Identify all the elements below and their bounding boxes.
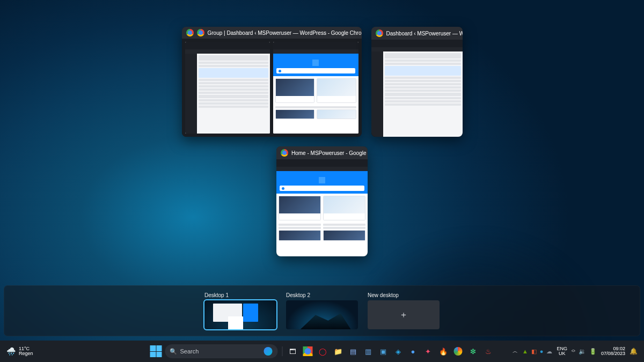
chrome-icon (376, 29, 383, 37)
wifi-icon: ⌔ (572, 348, 575, 354)
window-thumbnail (371, 40, 463, 137)
window-titlebar: Group | Dashboard ‹ MSPoweruser — WordPr… (182, 27, 362, 39)
new-desktop-button[interactable]: ＋ (368, 300, 440, 329)
search-placeholder: Search (180, 348, 199, 354)
taskbar-right: ︿ ▲ ◧ ● ☁ ENG UK ⌔ 🔉 🔋 09:02 07/08/2023 … (513, 346, 638, 357)
file-explorer-icon[interactable]: 📁 (332, 345, 344, 357)
app-icon[interactable]: ✦ (422, 345, 434, 357)
weather-icon: 🌧️ (6, 347, 16, 356)
app-icon[interactable]: ♨ (482, 345, 494, 357)
window-home[interactable]: Home - MSPoweruser - Google Chrome (276, 146, 368, 256)
window-titlebar: Home - MSPoweruser - Google Chrome (276, 146, 368, 159)
window-title-text: Group | Dashboard ‹ MSPoweruser — WordPr… (208, 30, 362, 36)
app-icon[interactable]: ▥ (362, 345, 374, 357)
system-tray[interactable]: ▲ ◧ ● ☁ (522, 348, 553, 355)
quick-settings[interactable]: ⌔ 🔉 🔋 (572, 348, 597, 355)
group-thumb-right (273, 42, 358, 134)
desktop-label: Desktop 2 (286, 292, 358, 298)
group-thumb-left (185, 42, 270, 134)
tray-icon[interactable]: ● (540, 348, 544, 354)
weather-widget[interactable]: 🌧️ 11°C Regen (6, 346, 33, 357)
app-icon[interactable] (452, 345, 464, 357)
taskbar-center: 🔍 Search 🗔 ◯ 📁 ▤ ▥ ▣ ◈ ● ✦ 🔥 ❇ ♨ (150, 344, 494, 358)
desktop-thumbnail[interactable] (204, 300, 276, 329)
virtual-desktop-strip: Desktop 1 Desktop 2 New desktop ＋ (4, 285, 640, 336)
battery-icon: 🔋 (589, 348, 597, 355)
group-thumbnails (182, 39, 362, 137)
chevron-up-icon[interactable]: ︿ (513, 348, 518, 355)
app-icon[interactable]: ▣ (377, 345, 389, 357)
taskbar: 🌧️ 11°C Regen 🔍 Search 🗔 ◯ 📁 ▤ ▥ ▣ ◈ ● ✦… (0, 341, 644, 362)
app-icon[interactable]: 🔥 (437, 345, 449, 357)
opera-icon[interactable]: ◯ (317, 345, 329, 357)
task-view-button[interactable]: 🗔 (287, 345, 299, 357)
telegram-icon[interactable]: ◈ (392, 345, 404, 357)
desktop-2[interactable]: Desktop 2 (286, 292, 358, 329)
app-icon[interactable]: ▤ (347, 345, 359, 357)
onedrive-icon[interactable]: ☁ (546, 348, 552, 355)
search-box[interactable]: 🔍 Search (165, 344, 278, 358)
window-title-text: Dashboard ‹ MSPoweruser — WordPres… (386, 31, 463, 36)
weather-condition: Regen (19, 351, 33, 356)
chrome-icon (281, 149, 288, 157)
notifications-icon[interactable]: 🔔 (630, 348, 638, 355)
language-bottom: UK (559, 351, 566, 356)
window-title-text: Home - MSPoweruser - Google Chrome (291, 150, 368, 156)
desktop-thumbnail[interactable] (286, 300, 358, 329)
window-titlebar: Dashboard ‹ MSPoweruser — WordPres… (371, 27, 463, 40)
start-button[interactable] (150, 345, 162, 357)
plus-icon: ＋ (399, 309, 408, 321)
search-icon: 🔍 (170, 348, 177, 355)
chrome-icon[interactable] (302, 345, 314, 357)
tray-icon[interactable]: ▲ (522, 348, 528, 354)
desktop-label: Desktop 1 (204, 292, 276, 298)
desktop-label: New desktop (368, 292, 440, 298)
volume-icon: 🔉 (579, 348, 586, 355)
clock[interactable]: 09:02 07/08/2023 (601, 346, 625, 357)
window-thumbnail (276, 159, 368, 256)
app-icon[interactable]: ● (407, 345, 419, 357)
app-icon[interactable]: ❇ (467, 345, 479, 357)
tray-icon[interactable]: ◧ (531, 348, 537, 355)
date-text: 07/08/2023 (601, 351, 625, 356)
separator (282, 346, 283, 356)
window-dashboard[interactable]: Dashboard ‹ MSPoweruser — WordPres… (371, 27, 463, 137)
desktop-1[interactable]: Desktop 1 (204, 292, 276, 329)
bing-icon (264, 347, 273, 356)
chrome-icon (186, 29, 194, 36)
chrome-icon (197, 29, 204, 36)
language-indicator[interactable]: ENG UK (557, 346, 567, 357)
new-desktop[interactable]: New desktop ＋ (368, 292, 440, 329)
window-snap-group[interactable]: Group | Dashboard ‹ MSPoweruser — WordPr… (182, 27, 362, 137)
task-view-area: Group | Dashboard ‹ MSPoweruser — WordPr… (0, 27, 644, 256)
